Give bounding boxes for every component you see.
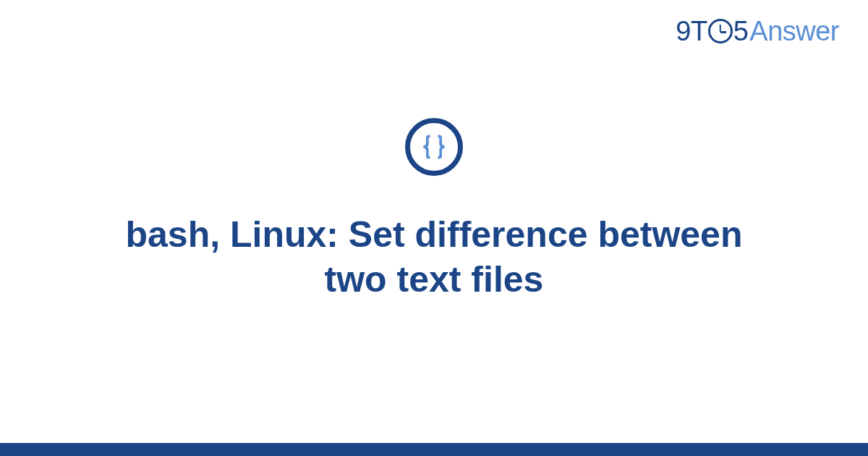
page-title: bash, Linux: Set difference between two … [109,212,760,303]
main-content: bash, Linux: Set difference between two … [0,0,868,456]
footer-accent-bar [0,443,868,456]
code-braces-icon [418,131,450,163]
category-badge [405,118,463,176]
